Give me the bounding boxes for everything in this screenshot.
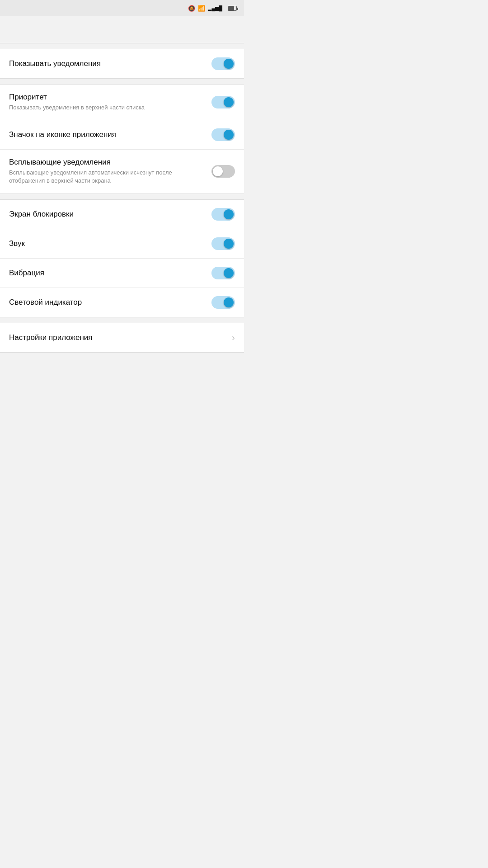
setting-row-priority[interactable]: ПриоритетПоказывать уведомления в верхне… xyxy=(0,85,244,120)
setting-text-popup-notifications: Всплывающие уведомленияВсплывающие уведо… xyxy=(9,158,211,185)
setting-row-light-indicator[interactable]: Световой индикатор xyxy=(0,288,244,317)
setting-label-sound: Звук xyxy=(9,239,204,248)
toggle-badge-icon[interactable] xyxy=(211,128,235,141)
setting-row-popup-notifications[interactable]: Всплывающие уведомленияВсплывающие уведо… xyxy=(0,150,244,193)
setting-label-popup-notifications: Всплывающие уведомления xyxy=(9,158,204,167)
setting-text-vibration: Вибрация xyxy=(9,269,211,278)
setting-row-badge-icon[interactable]: Значок на иконке приложения xyxy=(0,120,244,150)
setting-label-light-indicator: Световой индикатор xyxy=(9,298,204,307)
toggle-show-notifications[interactable] xyxy=(211,57,235,70)
toggle-thumb-popup-notifications xyxy=(213,166,223,176)
setting-row-lock-screen[interactable]: Экран блокировки xyxy=(0,200,244,229)
toggle-sound[interactable] xyxy=(211,237,235,250)
setting-row-show-notifications[interactable]: Показывать уведомления xyxy=(0,49,244,78)
wifi-icon: 📶 xyxy=(198,5,205,12)
battery-label xyxy=(228,5,237,11)
toggle-vibration[interactable] xyxy=(211,267,235,279)
toggle-track-badge-icon xyxy=(211,128,235,141)
setting-text-light-indicator: Световой индикатор xyxy=(9,298,211,307)
toggle-track-vibration xyxy=(211,267,235,279)
setting-text-show-notifications: Показывать уведомления xyxy=(9,59,211,68)
toggle-lock-screen[interactable] xyxy=(211,208,235,221)
status-icons: 🔕 📶 ▂▄▆█ xyxy=(188,5,237,12)
setting-label-priority: Приоритет xyxy=(9,93,204,102)
setting-label-app-settings: Настройки приложения xyxy=(9,333,225,342)
toggle-track-popup-notifications xyxy=(211,165,235,178)
app-bar xyxy=(0,16,244,43)
toggle-thumb-show-notifications xyxy=(224,59,234,69)
setting-row-vibration[interactable]: Вибрация xyxy=(0,259,244,288)
setting-row-sound[interactable]: Звук xyxy=(0,229,244,259)
toggle-thumb-light-indicator xyxy=(224,297,234,307)
setting-desc-priority: Показывать уведомления в верхней части с… xyxy=(9,104,204,112)
toggle-track-sound xyxy=(211,237,235,250)
toggle-light-indicator[interactable] xyxy=(211,296,235,309)
setting-text-app-settings: Настройки приложения xyxy=(9,333,232,342)
setting-label-show-notifications: Показывать уведомления xyxy=(9,59,204,68)
toggle-track-show-notifications xyxy=(211,57,235,70)
toggle-popup-notifications[interactable] xyxy=(211,165,235,178)
toggle-track-lock-screen xyxy=(211,208,235,221)
toggle-track-priority xyxy=(211,96,235,108)
settings-section-2: ПриоритетПоказывать уведомления в верхне… xyxy=(0,84,244,194)
toggle-thumb-badge-icon xyxy=(224,130,234,140)
setting-row-app-settings[interactable]: Настройки приложения› xyxy=(0,323,244,352)
settings-section-3: Экран блокировкиЗвукВибрацияСветовой инд… xyxy=(0,199,244,317)
setting-text-badge-icon: Значок на иконке приложения xyxy=(9,130,211,139)
toggle-thumb-sound xyxy=(224,239,234,249)
toggle-thumb-vibration xyxy=(224,268,234,278)
toggle-thumb-priority xyxy=(224,97,234,107)
signal-icon: ▂▄▆█ xyxy=(208,5,222,11)
setting-text-lock-screen: Экран блокировки xyxy=(9,210,211,219)
settings-container: Показывать уведомленияПриоритетПоказыват… xyxy=(0,49,244,353)
setting-desc-popup-notifications: Всплывающие уведомления автоматически ис… xyxy=(9,169,204,185)
back-button[interactable] xyxy=(7,28,11,32)
setting-text-priority: ПриоритетПоказывать уведомления в верхне… xyxy=(9,93,211,112)
chevron-icon-app-settings: › xyxy=(232,332,235,343)
toggle-track-light-indicator xyxy=(211,296,235,309)
setting-label-vibration: Вибрация xyxy=(9,269,204,278)
settings-section-4: Настройки приложения› xyxy=(0,323,244,353)
mute-icon: 🔕 xyxy=(188,5,195,12)
setting-label-lock-screen: Экран блокировки xyxy=(9,210,204,219)
setting-label-badge-icon: Значок на иконке приложения xyxy=(9,130,204,139)
settings-section-1: Показывать уведомления xyxy=(0,49,244,79)
battery-icon xyxy=(228,6,237,11)
setting-text-sound: Звук xyxy=(9,239,211,248)
toggle-thumb-lock-screen xyxy=(224,209,234,219)
status-bar: 🔕 📶 ▂▄▆█ xyxy=(0,0,244,16)
toggle-priority[interactable] xyxy=(211,96,235,108)
